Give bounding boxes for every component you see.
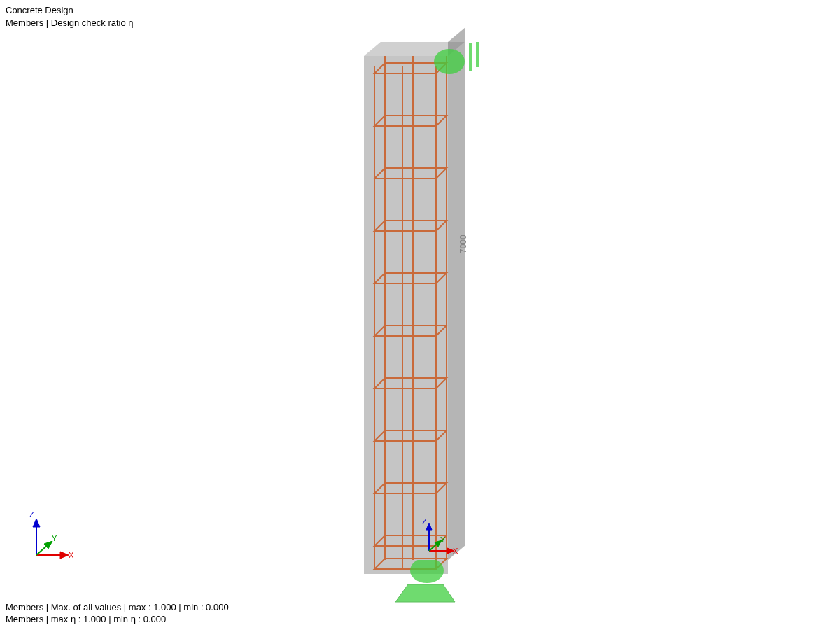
concrete-column-model[interactable] bbox=[364, 42, 458, 574]
header-block: Concrete Design Members | Design check r… bbox=[6, 4, 134, 29]
global-axis-z-label: Z bbox=[29, 510, 34, 519]
header-subtitle: Members | Design check ratio η bbox=[6, 17, 134, 29]
svg-marker-10 bbox=[396, 584, 455, 602]
header-title: Concrete Design bbox=[6, 4, 134, 17]
viewport-3d[interactable]: Concrete Design Members | Design check r… bbox=[0, 0, 840, 630]
svg-point-6 bbox=[434, 49, 465, 74]
global-axis-y-label: Y bbox=[52, 534, 57, 542]
dimension-label: 7000 bbox=[458, 234, 468, 253]
global-axis-triad: Z Y X bbox=[21, 514, 70, 564]
top-support-icon bbox=[434, 42, 490, 86]
svg-marker-12 bbox=[426, 523, 432, 530]
footer-block: Members | Max. of all values | max : 1.0… bbox=[6, 601, 229, 626]
axis-x-label: X bbox=[453, 547, 458, 555]
rebar-cage bbox=[360, 38, 472, 584]
svg-marker-18 bbox=[33, 519, 40, 527]
axis-y-label: Y bbox=[440, 536, 445, 544]
footer-line-1: Members | Max. of all values | max : 1.0… bbox=[6, 601, 229, 614]
local-axis-triad: Z Y X bbox=[416, 522, 458, 564]
axis-z-label: Z bbox=[422, 517, 427, 526]
svg-rect-8 bbox=[476, 42, 479, 67]
global-axis-x-label: X bbox=[69, 551, 74, 559]
footer-line-2: Members | max η : 1.000 | min η : 0.000 bbox=[6, 613, 229, 626]
svg-marker-20 bbox=[60, 552, 69, 559]
svg-rect-7 bbox=[469, 43, 472, 71]
bottom-support-icon bbox=[388, 560, 472, 611]
